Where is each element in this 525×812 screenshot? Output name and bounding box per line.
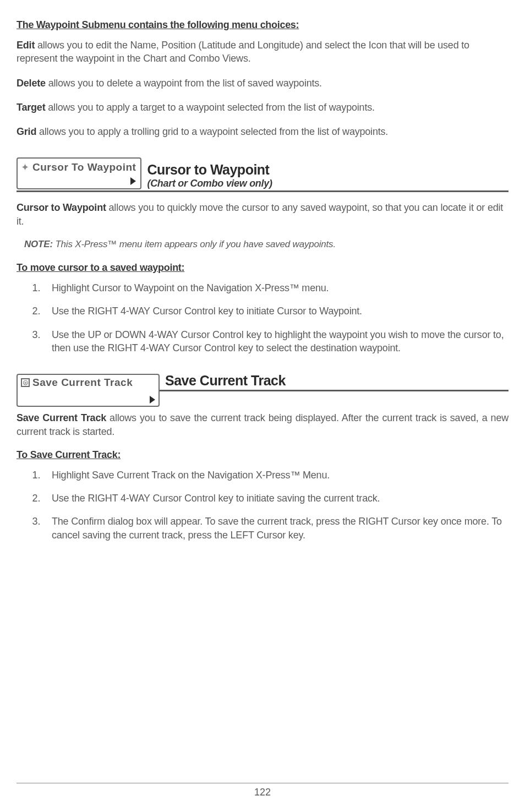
steps-list: Highlight Cursor to Waypoint on the Navi… (43, 281, 508, 355)
menu-button-label: Save Current Track (32, 377, 133, 389)
waypoint-icon (22, 164, 30, 172)
save-icon: ⦾ (21, 378, 30, 387)
cursor-desc-paragraph: Cursor to Waypoint allows you to quickly… (17, 201, 508, 228)
delete-text: allows you to delete a waypoint from the… (46, 78, 322, 89)
list-item: Use the RIGHT 4-WAY Cursor Control key t… (43, 304, 508, 318)
menu-header: ⦾ Save Current Track Save Current Track (17, 374, 508, 407)
footer-divider (17, 783, 508, 783)
page-footer: 122 (17, 783, 508, 798)
note-text-content: This X-Press™ menu item appears only if … (53, 239, 336, 249)
chevron-right-icon (150, 396, 155, 405)
edit-text: allows you to edit the Name, Position (L… (17, 40, 469, 64)
grid-paragraph: Grid allows you to apply a trolling grid… (17, 125, 508, 138)
section-title-block: Save Current Track (160, 374, 508, 391)
sct-desc-lead: Save Current Track (17, 412, 106, 423)
list-item: Use the UP or DOWN 4-WAY Cursor Control … (43, 328, 508, 355)
steps-heading: To Save Current Track: (17, 449, 508, 461)
steps-list: Highlight Save Current Track on the Navi… (43, 468, 508, 542)
grid-label: Grid (17, 126, 36, 137)
section-subtitle: (Chart or Combo view only) (147, 178, 508, 189)
steps-heading: To move cursor to a saved waypoint: (17, 262, 508, 274)
page-number: 122 (17, 787, 508, 798)
sct-desc-paragraph: Save Current Track allows you to save th… (17, 411, 508, 438)
section-title: Save Current Track (165, 373, 286, 389)
menu-titles: Cursor to Waypoint (Chart or Combo view … (141, 157, 508, 189)
target-label: Target (17, 102, 45, 113)
cursor-desc-lead: Cursor to Waypoint (17, 202, 106, 213)
save-current-track-section: ⦾ Save Current Track Save Current Track … (17, 374, 508, 542)
list-item: The Confirm dialog box will appear. To s… (43, 515, 508, 542)
edit-label: Edit (17, 40, 35, 51)
target-text: allows you to apply a target to a waypoi… (45, 102, 374, 113)
cursor-to-waypoint-section: Cursor To Waypoint Cursor to Waypoint (C… (17, 157, 508, 355)
waypoint-submenu-heading: The Waypoint Submenu contains the follow… (17, 19, 508, 31)
menu-button-label: Cursor To Waypoint (32, 161, 136, 173)
grid-text: allows you to apply a trolling grid to a… (36, 126, 388, 137)
edit-paragraph: Edit allows you to edit the Name, Positi… (17, 39, 508, 66)
delete-label: Delete (17, 78, 46, 89)
target-paragraph: Target allows you to apply a target to a… (17, 101, 508, 114)
list-item: Use the RIGHT 4-WAY Cursor Control key t… (43, 492, 508, 505)
list-item: Highlight Cursor to Waypoint on the Navi… (43, 281, 508, 295)
chevron-right-icon (130, 177, 136, 187)
section-title: Cursor to Waypoint (147, 162, 508, 178)
note-label: NOTE: (24, 239, 53, 249)
menu-header: Cursor To Waypoint Cursor to Waypoint (C… (17, 157, 508, 189)
save-current-track-menu-item: ⦾ Save Current Track (17, 374, 160, 407)
cursor-to-waypoint-menu-item: Cursor To Waypoint (17, 157, 141, 189)
list-item: Highlight Save Current Track on the Navi… (43, 468, 508, 482)
note-paragraph: NOTE: This X-Press™ menu item appears on… (24, 239, 508, 250)
section-divider (17, 190, 508, 192)
delete-paragraph: Delete allows you to delete a waypoint f… (17, 77, 508, 90)
